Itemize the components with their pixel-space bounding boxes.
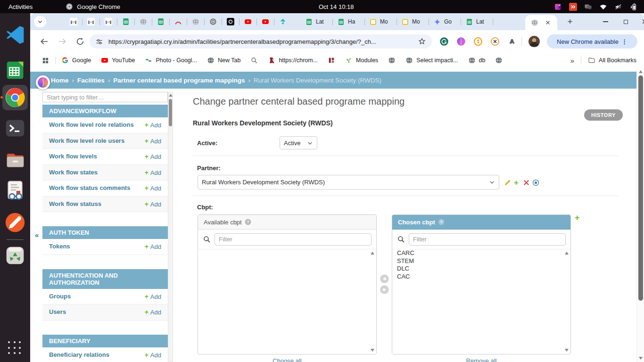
scroll-up-icon[interactable] xyxy=(565,252,569,255)
help-icon[interactable]: ? xyxy=(245,219,251,225)
bookmarks-overflow-button[interactable]: » xyxy=(570,57,574,65)
choose-arrow-button[interactable] xyxy=(380,274,389,284)
focused-app-indicator[interactable]: Google Chrome xyxy=(66,3,120,10)
new-tab-button[interactable]: + xyxy=(565,16,575,27)
sidebar-scrollbar-thumb[interactable] xyxy=(169,99,172,126)
puzzle-extension-icon[interactable] xyxy=(507,37,517,46)
dock-item-postman[interactable] xyxy=(5,212,25,233)
breadcrumb-link[interactable]: Partner centeral based programe mappings xyxy=(113,77,245,84)
page-scrollbar-thumb[interactable] xyxy=(638,75,643,301)
sidebar-model-link[interactable]: Beneficiary relations xyxy=(49,351,109,359)
pinned-tab-openai[interactable] xyxy=(209,18,217,25)
apps-grid-icon[interactable] xyxy=(41,57,50,65)
window-minimize-button[interactable] xyxy=(598,13,612,30)
sidebar-add-link[interactable]: +Add xyxy=(145,351,161,359)
bookmark-item[interactable]: YouTube xyxy=(101,57,135,64)
clock-person-extension-icon[interactable] xyxy=(473,37,483,46)
chosen-cbpt-list[interactable]: CARCSTEMDLCCAC xyxy=(392,249,570,354)
browser-menu-icon[interactable]: ⋮ xyxy=(621,38,627,45)
profile-avatar[interactable] xyxy=(528,35,540,48)
dock-item-vscode[interactable] xyxy=(5,25,25,45)
pinned-tab-arc[interactable] xyxy=(174,18,182,25)
pinned-tab-globe[interactable] xyxy=(192,18,199,25)
help-icon[interactable]: ? xyxy=(438,219,445,225)
browser-tab[interactable]: Go xyxy=(429,13,461,30)
bookmark-item[interactable]: Select impacti... xyxy=(405,57,458,64)
tab-search-button[interactable] xyxy=(34,16,46,27)
bookmark-star-icon[interactable] xyxy=(418,37,426,46)
grammarly-extension-icon[interactable] xyxy=(439,37,449,46)
bookmark-item[interactable] xyxy=(495,57,503,64)
window-restore-button[interactable] xyxy=(619,13,633,30)
activities-button[interactable]: Activities xyxy=(8,3,33,10)
dock-item-document-viewer[interactable] xyxy=(5,180,25,201)
browser-tab[interactable]: Mo xyxy=(365,13,396,30)
choose-all-link[interactable]: Choose all xyxy=(198,357,377,362)
sidebar-add-link[interactable]: +Add xyxy=(145,184,161,192)
pinned-tab-youtube[interactable] xyxy=(262,18,269,25)
screencast-icon[interactable] xyxy=(569,3,577,11)
chosen-cbpt-option[interactable]: CARC xyxy=(392,249,570,257)
bookmark-item[interactable]: Modules xyxy=(345,57,378,64)
sidebar-add-link[interactable]: +Add xyxy=(145,169,161,176)
sidebar-add-link[interactable]: +Add xyxy=(145,293,161,300)
back-button[interactable] xyxy=(40,37,49,46)
site-settings-icon[interactable] xyxy=(95,38,103,46)
bookmark-item[interactable] xyxy=(328,57,335,64)
browser-tab[interactable]: Mo xyxy=(397,13,429,30)
remove-arrow-button[interactable] xyxy=(380,285,389,295)
orange-x-extension-icon[interactable] xyxy=(490,37,500,46)
view-eye-icon[interactable] xyxy=(532,179,539,186)
bookmark-item[interactable]: New Tab xyxy=(207,57,240,64)
pinned-tab-sheets[interactable] xyxy=(122,18,130,25)
dock-item-chrome[interactable] xyxy=(5,87,25,108)
edit-pencil-icon[interactable] xyxy=(504,179,511,186)
all-bookmarks-button[interactable]: All Bookmarks xyxy=(588,57,636,64)
partner-select[interactable]: Rural Workers Development Society (RWDS) xyxy=(198,175,499,189)
available-cbpt-list[interactable] xyxy=(198,249,376,354)
sidebar-add-link[interactable]: +Add xyxy=(145,200,161,208)
chosen-cbpt-option[interactable]: STEM xyxy=(392,257,570,265)
history-button[interactable]: HISTORY xyxy=(584,109,623,121)
sidebar-add-link[interactable]: +Add xyxy=(145,153,161,160)
wifi-icon[interactable] xyxy=(599,3,607,11)
notifications-icon[interactable] xyxy=(584,3,592,11)
add-cbpt-icon[interactable]: + xyxy=(575,213,580,223)
sidebar-model-link[interactable]: Work flow states xyxy=(49,169,98,177)
sidebar-filter-input[interactable] xyxy=(42,92,168,102)
bookmark-item[interactable]: Photo - Googl... xyxy=(145,57,197,64)
bookmark-item[interactable]: Google xyxy=(61,57,91,64)
extension-floating-button[interactable] xyxy=(36,75,50,90)
bookmark-item[interactable]: https://chrom... xyxy=(268,57,318,64)
chosen-filter-input[interactable] xyxy=(409,233,566,246)
page-scrollbar[interactable] xyxy=(636,68,644,362)
chosen-cbpt-option[interactable]: DLC xyxy=(392,265,570,273)
reload-button[interactable] xyxy=(75,37,85,46)
remove-all-link[interactable]: Remove all xyxy=(392,357,571,362)
address-bar[interactable]: https://crypragatiapi.cry.in/admin/facil… xyxy=(90,34,432,49)
scroll-down-icon[interactable] xyxy=(565,349,569,352)
sidebar-add-link[interactable]: +Add xyxy=(145,308,161,316)
delete-cross-icon[interactable] xyxy=(523,179,530,186)
sidebar-add-link[interactable]: +Add xyxy=(145,121,161,129)
active-tab[interactable] xyxy=(525,15,557,30)
sidebar-model-link[interactable]: Work flow statuss xyxy=(49,200,101,208)
browser-tab[interactable]: Ha xyxy=(333,13,364,30)
browser-tab[interactable]: Lat xyxy=(301,13,332,30)
dock-item-terminal[interactable] xyxy=(5,118,25,139)
brain-extension-icon[interactable] xyxy=(456,37,466,46)
volume-muted-icon[interactable] xyxy=(614,3,622,11)
sidebar-add-link[interactable]: +Add xyxy=(145,243,161,250)
dock-item-libreoffice-calc[interactable] xyxy=(5,60,25,81)
pinned-tab-youtube[interactable] xyxy=(244,18,252,25)
battery-icon[interactable] xyxy=(629,3,637,11)
breadcrumb-link[interactable]: Home xyxy=(51,77,69,84)
app-grid-button[interactable] xyxy=(8,341,22,355)
add-related-icon[interactable]: + xyxy=(514,179,519,186)
forward-button[interactable] xyxy=(58,37,67,46)
sidebar-model-link[interactable]: Work flow level role users xyxy=(49,137,124,145)
pinned-tab-teal-arrow[interactable] xyxy=(279,18,287,25)
scroll-up-icon[interactable] xyxy=(639,70,643,73)
sidebar-model-link[interactable]: Groups xyxy=(49,293,71,301)
browser-tab[interactable]: Lat xyxy=(461,13,493,30)
